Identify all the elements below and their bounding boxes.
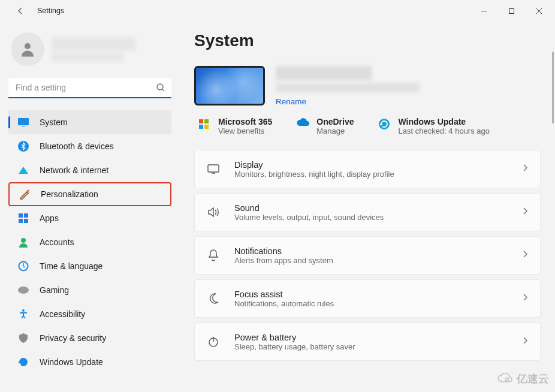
sidebar-item-gaming[interactable]: Gaming [8, 278, 171, 302]
card-sub: Notifications, automatic rules [234, 299, 522, 308]
bluetooth-icon [17, 140, 30, 153]
time-language-icon [17, 260, 30, 273]
watermark: 亿速云 [496, 372, 549, 386]
power-icon [206, 334, 221, 349]
main-content: System Rename Microsoft 365 View benefit… [180, 22, 555, 392]
svg-point-28 [506, 378, 509, 381]
sidebar-item-label: Accessibility [40, 309, 85, 319]
personalization-icon [18, 188, 31, 201]
page-title: System [194, 31, 541, 50]
sidebar-item-time-language[interactable]: Time & language [8, 254, 171, 278]
card-sub: Volume levels, output, input, sound devi… [234, 213, 522, 222]
sidebar-item-label: Network & internet [40, 165, 108, 175]
minimize-button[interactable] [470, 1, 497, 20]
sidebar: System Bluetooth & devices Network & int… [0, 22, 180, 392]
sidebar-item-label: Personalization [41, 189, 98, 199]
service-windows-update[interactable]: Windows Update Last checked: 4 hours ago [378, 117, 490, 135]
sidebar-item-privacy[interactable]: Privacy & security [8, 326, 171, 350]
card-sound[interactable]: Sound Volume levels, output, input, soun… [194, 193, 541, 231]
sidebar-item-personalization[interactable]: Personalization [8, 182, 171, 206]
sidebar-item-network[interactable]: Network & internet [8, 158, 171, 182]
svg-point-4 [25, 43, 31, 49]
card-power-battery[interactable]: Power & battery Sleep, battery usage, ba… [194, 322, 541, 361]
onedrive-icon [296, 118, 309, 131]
avatar [11, 32, 44, 66]
nav-list: System Bluetooth & devices Network & int… [8, 110, 171, 374]
svg-rect-12 [24, 213, 28, 218]
svg-point-5 [157, 84, 163, 90]
device-summary: Rename [194, 66, 541, 106]
display-icon [206, 161, 221, 177]
user-name-redacted [52, 37, 135, 50]
chevron-right-icon [522, 207, 528, 218]
service-row: Microsoft 365 View benefits OneDrive Man… [194, 117, 541, 135]
search-input[interactable] [8, 78, 171, 98]
card-title: Power & battery [234, 333, 522, 342]
accessibility-icon [17, 307, 30, 321]
svg-rect-11 [19, 213, 23, 218]
card-focus-assist[interactable]: Focus assist Notifications, automatic ru… [194, 279, 541, 318]
card-title: Notifications [234, 246, 522, 256]
svg-point-15 [21, 238, 26, 243]
sidebar-item-system[interactable]: System [8, 110, 171, 134]
sidebar-item-label: Accounts [40, 237, 74, 247]
sidebar-item-windows-update[interactable]: Windows Update [8, 350, 171, 374]
card-display[interactable]: Display Monitors, brightness, night ligh… [194, 150, 541, 188]
watermark-text: 亿速云 [517, 372, 549, 386]
svg-point-17 [18, 287, 29, 294]
svg-rect-22 [204, 125, 209, 129]
service-title: OneDrive [316, 117, 354, 126]
scrollbar[interactable] [552, 52, 554, 123]
svg-point-18 [22, 309, 25, 312]
user-email-redacted [52, 53, 123, 61]
close-button[interactable] [525, 1, 553, 20]
back-button[interactable] [11, 1, 30, 20]
privacy-icon [17, 331, 30, 345]
bell-icon [206, 248, 221, 263]
device-spec-redacted [276, 83, 420, 92]
sound-icon [206, 204, 221, 220]
card-title: Sound [234, 203, 522, 213]
moon-icon [206, 291, 221, 306]
svg-point-10 [28, 190, 29, 192]
card-notifications[interactable]: Notifications Alerts from apps and syste… [194, 236, 541, 275]
sidebar-item-label: System [40, 117, 68, 127]
user-block[interactable] [8, 32, 171, 66]
network-icon [17, 164, 30, 177]
service-title: Microsoft 365 [218, 117, 272, 126]
windows-update-service-icon [378, 118, 391, 131]
service-microsoft-365[interactable]: Microsoft 365 View benefits [198, 117, 272, 135]
sidebar-item-accessibility[interactable]: Accessibility [8, 302, 171, 326]
sidebar-item-label: Bluetooth & devices [40, 141, 114, 151]
search-icon [156, 83, 165, 95]
service-sub: Manage [316, 126, 354, 135]
svg-rect-1 [509, 8, 514, 13]
settings-cards: Display Monitors, brightness, night ligh… [194, 150, 541, 361]
chevron-right-icon [522, 164, 528, 174]
svg-rect-8 [22, 126, 25, 126]
svg-rect-19 [199, 119, 203, 123]
card-title: Display [234, 160, 522, 170]
sidebar-item-apps[interactable]: Apps [8, 206, 171, 230]
sidebar-item-label: Gaming [40, 285, 69, 295]
sidebar-item-bluetooth[interactable]: Bluetooth & devices [8, 134, 171, 158]
svg-rect-20 [204, 119, 209, 123]
apps-icon [17, 212, 30, 225]
gaming-icon [17, 284, 30, 297]
search-box[interactable] [8, 78, 171, 98]
maximize-button[interactable] [497, 1, 525, 20]
sidebar-item-label: Privacy & security [40, 333, 106, 343]
title-bar: Settings [0, 0, 555, 22]
card-title: Focus assist [234, 290, 522, 299]
sidebar-item-accounts[interactable]: Accounts [8, 230, 171, 254]
svg-rect-7 [18, 118, 29, 125]
sidebar-item-label: Time & language [40, 261, 102, 271]
device-name-redacted [276, 66, 372, 80]
accounts-icon [17, 236, 30, 249]
service-title: Windows Update [399, 117, 490, 126]
svg-rect-14 [24, 219, 28, 223]
card-sub: Alerts from apps and system [234, 256, 522, 265]
rename-link[interactable]: Rename [276, 97, 420, 106]
device-thumbnail[interactable] [194, 66, 265, 105]
service-onedrive[interactable]: OneDrive Manage [296, 117, 354, 135]
